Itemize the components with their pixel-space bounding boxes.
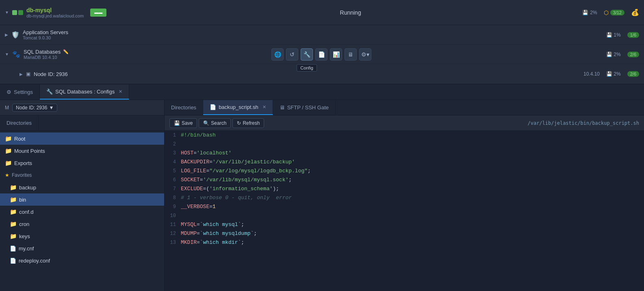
cpu-percent: 2% <box>590 10 597 15</box>
file-tree: 📁 Root 📁 Mount Points 📁 Exports ★ Favori… <box>0 131 164 291</box>
status-label: Running <box>340 9 361 16</box>
server-info: ▼ db-mysql db-mysql.jed.wafaicloud.com ▬… <box>5 7 119 18</box>
confd-label: conf.d <box>19 209 33 215</box>
right-tab-sftp[interactable]: 🖥 SFTP / SSH Gate <box>273 100 336 115</box>
right-tab-backup-script[interactable]: 📄 backup_script.sh ✕ <box>203 100 273 115</box>
expand-arrow[interactable]: ▼ <box>5 10 9 15</box>
refresh-button[interactable]: ↻ Refresh <box>232 118 264 128</box>
tree-item-cron[interactable]: 📁 cron <box>0 218 164 230</box>
tree-item-exports[interactable]: 📁 Exports <box>0 157 164 169</box>
search-button[interactable]: 🔍 Search <box>199 118 231 128</box>
keys-folder-icon: 📁 <box>10 233 17 239</box>
code-line-3: 3 HOST='localhost' <box>165 149 644 158</box>
sql-configs-tab-icon: 🔧 <box>46 89 53 95</box>
app-server-stats: 💾 1% 1/6 <box>574 32 639 38</box>
tree-item-backup[interactable]: 📁 backup <box>0 181 164 193</box>
left-panel: M Node ID: 2936 ▼ Directories 📁 Root <box>0 100 165 291</box>
coin-icon: 💰 <box>631 9 639 16</box>
stats-btn[interactable]: 📊 <box>330 48 342 61</box>
sql-edit-icon: ✏️ <box>63 49 69 54</box>
file-toolbar: 💾 Save 🔍 Search ↻ Refresh /var/lib/jelas… <box>165 115 644 131</box>
right-mid-tabs: Directories 📄 backup_script.sh ✕ 🖥 SFTP … <box>165 100 644 115</box>
coin-stat: 💰 <box>631 9 639 16</box>
tree-item-mount[interactable]: 📁 Mount Points <box>0 145 164 157</box>
exports-label: Exports <box>14 160 32 166</box>
refresh-btn[interactable]: ↺ <box>286 48 298 61</box>
cron-label: cron <box>19 221 29 227</box>
node-selector-dropdown[interactable]: Node ID: 2936 ▼ <box>12 104 57 112</box>
settings-btn[interactable]: ⚙▾ <box>359 48 371 61</box>
expand-arrow-node[interactable]: ▶ <box>20 72 23 76</box>
code-line-6: 6 SOCKET='/var/lib/mysql/mysql.sock'; <box>165 176 644 185</box>
node-label: Node ID: 2936 <box>34 71 68 77</box>
favorites-section: ★ Favorites <box>0 169 164 181</box>
server-status-icon <box>12 10 23 15</box>
settings-tab-label: Settings <box>14 89 33 95</box>
config-btn[interactable]: 🔧 Config <box>301 48 313 61</box>
directories-label: Directories <box>7 120 32 126</box>
shield-icon: 🛡️ <box>11 31 20 39</box>
save-label: Save <box>182 120 193 126</box>
tree-item-bin[interactable]: 📁 bin <box>0 193 164 206</box>
app-instances: 1/6 <box>627 32 639 38</box>
node-stats: 10.4.10 💾 2% 2/6 <box>574 71 639 77</box>
code-line-12: 12 MDUMP=`which mysqldump`; <box>165 229 644 238</box>
tab-settings[interactable]: ⚙ Settings <box>0 85 40 100</box>
code-line-1: 1 #!/bin/bash <box>165 131 644 140</box>
star-icon: ★ <box>5 172 9 178</box>
tree-item-root[interactable]: 📁 Root <box>0 132 164 145</box>
app-server-label: Application Servers Tomcat 9.0.30 <box>23 29 68 40</box>
search-label: Search <box>211 120 226 126</box>
favorites-label: Favorites <box>12 172 32 178</box>
code-line-10: 10 <box>165 211 644 220</box>
sql-label: SQL Databases ✏️ MariaDB 10.4.10 <box>24 49 69 60</box>
app-servers-row[interactable]: ▶ 🛡️ Application Servers Tomcat 9.0.30 💾… <box>0 25 644 45</box>
instance-stat: ⬡ 3/12 <box>604 9 624 16</box>
node-icon: ▣ <box>26 71 30 77</box>
node-row[interactable]: ▶ ▣ Node ID: 2936 10.4.10 💾 2% 2/6 <box>0 64 644 84</box>
backup-script-tab-close[interactable]: ✕ <box>262 104 266 110</box>
globe-btn[interactable]: 🌐 <box>271 48 284 61</box>
node-selector-m-icon: M <box>5 105 9 111</box>
top-bar-stats: 💾 2% ⬡ 3/12 💰 <box>582 9 639 16</box>
sql-instances: 2/6 <box>627 52 639 57</box>
right-tab-directories[interactable]: Directories <box>165 100 203 115</box>
code-line-13: 13 MKDIR=`which mkdir`; <box>165 238 644 247</box>
backup-folder-icon: 📁 <box>10 184 17 191</box>
tree-item-confd[interactable]: 📁 conf.d <box>0 206 164 218</box>
config-tooltip: Config <box>297 64 317 72</box>
sql-cpu: 💾 2% <box>606 52 621 57</box>
cron-folder-icon: 📁 <box>10 221 17 227</box>
code-editor[interactable]: 1 #!/bin/bash 2 3 HOST='localhost' 4 BAC… <box>165 131 644 291</box>
left-panel-header: M Node ID: 2936 ▼ <box>0 100 164 115</box>
tree-item-mycnf[interactable]: 📄 my.cnf <box>0 242 164 254</box>
sql-icon: 🐾 <box>12 50 20 58</box>
terminal-btn[interactable]: 🖥 <box>345 48 357 61</box>
sql-configs-tab-close[interactable]: ✕ <box>119 89 122 94</box>
sftp-label: SFTP / SSH Gate <box>287 104 329 111</box>
server-name-group: db-mysql db-mysql.jed.wafaicloud.com <box>26 7 84 18</box>
app-server-title: Application Servers <box>23 29 68 35</box>
expand-arrow-app[interactable]: ▶ <box>5 33 8 37</box>
tab-sql-configs[interactable]: 🔧 SQL Databases : Configs ✕ <box>40 85 129 100</box>
mycnf-label: my.cnf <box>19 245 34 252</box>
node-version: 10.4.10 <box>583 71 600 77</box>
sql-configs-tab-label: SQL Databases : Configs <box>55 89 115 95</box>
keys-label: keys <box>19 233 30 239</box>
sql-title: SQL Databases <box>24 49 61 55</box>
tree-item-keys[interactable]: 📁 keys <box>0 230 164 242</box>
expand-arrow-sql[interactable]: ▼ <box>5 52 9 56</box>
root-folder-icon: 📁 <box>5 135 12 142</box>
mid-tab-directories[interactable]: Directories <box>0 115 39 130</box>
tree-item-redeployconf[interactable]: 📄 redeploy.conf <box>0 254 164 267</box>
settings-tab-icon: ⚙ <box>7 89 11 95</box>
chevron-down-icon: ▼ <box>49 105 54 111</box>
main-area: M Node ID: 2936 ▼ Directories 📁 Root <box>0 100 644 291</box>
refresh-label: Refresh <box>243 120 260 126</box>
save-button[interactable]: 💾 Save <box>169 118 197 128</box>
mycnf-file-icon: 📄 <box>10 245 16 252</box>
code-line-8: 8 # 1 - verbose 0 - quit, only error <box>165 193 644 202</box>
node-selector-label: Node ID: 2936 <box>16 105 47 111</box>
sql-databases-row[interactable]: ▼ 🐾 SQL Databases ✏️ MariaDB 10.4.10 🌐 ↺… <box>0 45 644 64</box>
file-btn[interactable]: 📄 <box>315 48 327 61</box>
